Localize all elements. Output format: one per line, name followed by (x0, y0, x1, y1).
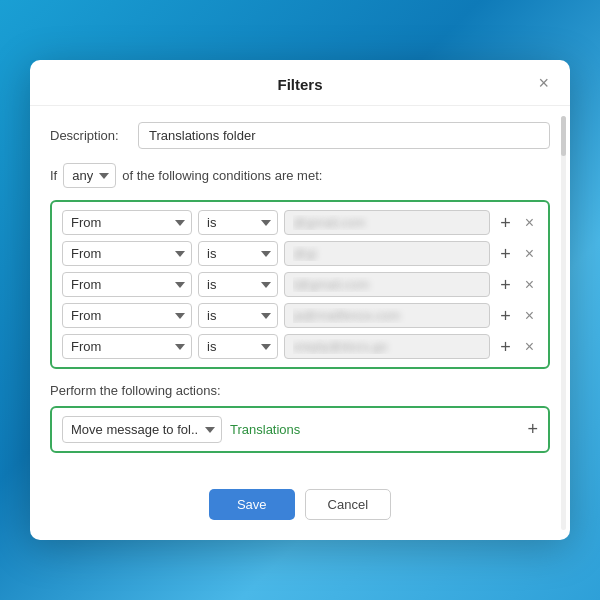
filter-row: From is + × (62, 334, 538, 359)
add-filter-4-button[interactable]: + (496, 305, 515, 327)
dialog-title: Filters (277, 76, 322, 93)
filter-value-3[interactable] (284, 272, 490, 297)
filter-op-select-3[interactable]: is (198, 272, 278, 297)
filter-row: From is + × (62, 210, 538, 235)
dialog-body: Description: If any of the following con… (30, 106, 570, 485)
actions-box: Move message to fol... Translations + (50, 406, 550, 453)
filter-field-select-1[interactable]: From (62, 210, 192, 235)
remove-filter-4-button[interactable]: × (521, 306, 538, 326)
scrollbar-thumb[interactable] (561, 116, 566, 156)
filter-row: From is + × (62, 241, 538, 266)
filter-row: From is + × (62, 303, 538, 328)
conditions-box: From is + × From is + × (50, 200, 550, 369)
action-folder-label: Translations (230, 422, 300, 437)
actions-label: Perform the following actions: (50, 383, 550, 398)
filter-field-select-2[interactable]: From (62, 241, 192, 266)
save-button[interactable]: Save (209, 489, 295, 520)
action-row: Move message to fol... Translations + (62, 416, 538, 443)
filter-value-2[interactable] (284, 241, 490, 266)
close-button[interactable]: × (533, 72, 554, 94)
dialog-header: Filters × (30, 60, 570, 106)
filter-field-select-5[interactable]: From (62, 334, 192, 359)
filter-field-select-4[interactable]: From (62, 303, 192, 328)
any-select[interactable]: any (63, 163, 116, 188)
condition-row: If any of the following conditions are m… (50, 163, 550, 188)
description-input[interactable] (138, 122, 550, 149)
filter-row: From is + × (62, 272, 538, 297)
description-label: Description: (50, 128, 130, 143)
filter-field-select-3[interactable]: From (62, 272, 192, 297)
remove-filter-3-button[interactable]: × (521, 275, 538, 295)
cancel-button[interactable]: Cancel (305, 489, 391, 520)
filter-value-1[interactable] (284, 210, 490, 235)
scrollbar-track (561, 116, 566, 530)
filter-value-5[interactable] (284, 334, 490, 359)
remove-filter-5-button[interactable]: × (521, 337, 538, 357)
add-action-button[interactable]: + (527, 419, 538, 440)
remove-filter-1-button[interactable]: × (521, 213, 538, 233)
condition-suffix: of the following conditions are met: (122, 168, 322, 183)
filter-value-4[interactable] (284, 303, 490, 328)
description-row: Description: (50, 122, 550, 149)
add-filter-5-button[interactable]: + (496, 336, 515, 358)
add-filter-1-button[interactable]: + (496, 212, 515, 234)
filter-op-select-5[interactable]: is (198, 334, 278, 359)
add-filter-3-button[interactable]: + (496, 274, 515, 296)
add-filter-2-button[interactable]: + (496, 243, 515, 265)
filter-op-select-1[interactable]: is (198, 210, 278, 235)
filter-op-select-2[interactable]: is (198, 241, 278, 266)
dialog-footer: Save Cancel (30, 485, 570, 540)
filters-dialog: Filters × Description: If any of the fol… (30, 60, 570, 540)
filter-op-select-4[interactable]: is (198, 303, 278, 328)
action-select[interactable]: Move message to fol... (62, 416, 222, 443)
if-label: If (50, 168, 57, 183)
remove-filter-2-button[interactable]: × (521, 244, 538, 264)
